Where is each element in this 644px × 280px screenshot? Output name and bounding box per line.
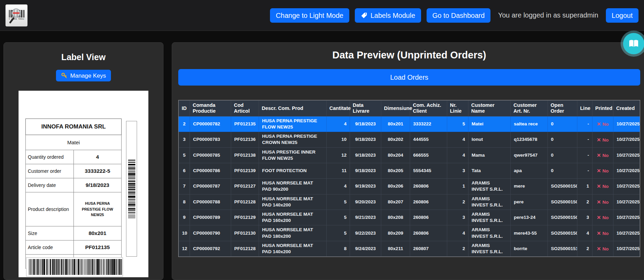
table-cell[interactable]: CP00000789 xyxy=(190,210,231,225)
table-cell[interactable]: ×No xyxy=(592,147,613,163)
table-cell[interactable]: PF012139 xyxy=(231,163,259,179)
manage-keys-button[interactable]: Manage Keys xyxy=(56,70,111,81)
table-cell[interactable]: 3 xyxy=(179,132,190,147)
table-row[interactable]: 6CP00000786PF012139FOOT PROTECTION119/18… xyxy=(179,163,640,179)
table-cell[interactable]: PF012128 xyxy=(231,194,259,210)
table-cell[interactable]: 4 xyxy=(447,225,468,241)
table-cell[interactable]: HUSA NORRSELE MAT PAD 140x200 xyxy=(259,194,327,210)
table-cell[interactable]: ×No xyxy=(592,116,613,132)
table-cell[interactable]: 260806 xyxy=(410,179,447,194)
table-cell[interactable]: 10/27/2025 xyxy=(613,210,640,225)
table-cell[interactable]: CP00000782 xyxy=(190,116,231,132)
table-cell[interactable]: apa xyxy=(511,163,548,179)
table-cell[interactable]: ARAMIS INVEST S.R.L. xyxy=(468,225,511,241)
table-cell[interactable]: Matei xyxy=(468,116,511,132)
table-cell[interactable]: 80x205 xyxy=(381,163,410,179)
table-cell[interactable]: 80x202 xyxy=(381,132,410,147)
table-cell[interactable]: ×No xyxy=(592,241,613,256)
table-cell[interactable]: SO25000150 xyxy=(548,225,577,241)
table-cell[interactable]: FOOT PROTECTION xyxy=(259,163,327,179)
table-cell[interactable]: ARAMIS INVEST S.R.L. xyxy=(468,194,511,210)
table-cell[interactable]: PF012136 xyxy=(231,132,259,147)
table-cell[interactable]: ARAMIS INVEST S.R.L. xyxy=(468,210,511,225)
table-cell[interactable]: 80x207 xyxy=(381,194,410,210)
table-cell[interactable]: 5 xyxy=(179,147,190,163)
app-logo[interactable]: 9 123456 789012 xyxy=(5,4,27,26)
table-cell[interactable]: 9/19/2023 xyxy=(350,179,381,194)
table-cell[interactable]: ×No xyxy=(592,194,613,210)
table-cell[interactable]: 2 xyxy=(577,241,592,256)
table-cell[interactable]: 9/18/2023 xyxy=(350,163,381,179)
table-cell[interactable]: 9/18/2023 xyxy=(350,147,381,163)
table-cell[interactable]: HUSA PERNA PRESTIGE CROWN NEW25 xyxy=(259,132,327,147)
table-cell[interactable]: 4 xyxy=(327,116,350,132)
table-cell[interactable]: 80x208 xyxy=(381,210,410,225)
table-cell[interactable]: 80x206 xyxy=(381,179,410,194)
logout-button[interactable]: Logout xyxy=(606,8,639,23)
table-cell[interactable]: SO25000150 xyxy=(548,194,577,210)
table-cell[interactable]: ARAMIS INVEST S.R.L. xyxy=(468,179,511,194)
table-cell[interactable]: 3 xyxy=(447,163,468,179)
table-cell[interactable]: 4 xyxy=(447,147,468,163)
table-cell[interactable]: 5 xyxy=(327,225,350,241)
table-cell[interactable]: HUSA NORRSELE MAT PAD 90x200 xyxy=(259,179,327,194)
table-cell[interactable]: pere xyxy=(511,194,548,210)
table-cell[interactable]: 10 xyxy=(327,132,350,147)
table-cell[interactable]: saltea rece xyxy=(511,116,548,132)
table-cell[interactable]: 260806 xyxy=(410,225,447,241)
table-cell[interactable]: SO25000151 xyxy=(548,241,577,256)
table-cell[interactable]: 0 xyxy=(548,116,577,132)
table-cell[interactable]: PF012135 xyxy=(231,116,259,132)
table-cell[interactable]: 12 xyxy=(327,147,350,163)
table-row[interactable]: 9CP00000789PF012129HUSA NORRSELE MAT PAD… xyxy=(179,210,640,225)
table-cell[interactable]: 10/27/2025 xyxy=(613,241,640,256)
table-cell[interactable]: ×No xyxy=(592,132,613,147)
table-cell[interactable]: ×No xyxy=(592,163,613,179)
table-cell[interactable]: 3 xyxy=(447,210,468,225)
table-cell[interactable]: 9/24/2023 xyxy=(350,241,381,256)
table-cell[interactable]: SO25000150 xyxy=(548,179,577,194)
table-cell[interactable]: qwer97547 xyxy=(511,147,548,163)
table-cell[interactable]: 2 xyxy=(447,241,468,256)
table-cell[interactable]: 80x211 xyxy=(381,241,410,256)
table-row[interactable]: 8CP00000788PF012128HUSA NORRSELE MAT PAD… xyxy=(179,194,640,210)
table-cell[interactable]: - xyxy=(577,147,592,163)
table-cell[interactable]: 666555 xyxy=(410,147,447,163)
table-cell[interactable]: CP00000787 xyxy=(190,179,231,194)
table-cell[interactable]: 0 xyxy=(548,163,577,179)
table-cell[interactable]: 8 xyxy=(327,241,350,256)
table-cell[interactable]: 80x209 xyxy=(381,225,410,241)
table-cell[interactable]: 7 xyxy=(179,179,190,194)
table-cell[interactable]: 260807 xyxy=(410,241,447,256)
table-cell[interactable]: mere43-55 xyxy=(511,225,548,241)
table-cell[interactable]: 2 xyxy=(447,194,468,210)
table-cell[interactable]: 0 xyxy=(548,132,577,147)
table-cell[interactable]: 10/27/2025 xyxy=(613,194,640,210)
table-row[interactable]: 3CP00000783PF012136HUSA PERNA PRESTIGE C… xyxy=(179,132,640,147)
table-cell[interactable]: PF012129 xyxy=(231,210,259,225)
table-row[interactable]: 5CP00000785PF012138HUSA PRESTIGE INNER F… xyxy=(179,147,640,163)
table-cell[interactable]: - xyxy=(577,163,592,179)
table-cell[interactable]: 5 xyxy=(327,210,350,225)
table-cell[interactable]: 10/27/2025 xyxy=(613,225,640,241)
table-cell[interactable]: HUSA PRESTIGE INNER FLOW NEW25 xyxy=(259,147,327,163)
load-orders-button[interactable]: Load Orders xyxy=(178,69,640,86)
table-cell[interactable]: 10/27/2025 xyxy=(613,147,640,163)
table-cell[interactable]: PF012127 xyxy=(231,179,259,194)
table-cell[interactable]: 260806 xyxy=(410,210,447,225)
table-cell[interactable]: 444555 xyxy=(410,132,447,147)
table-cell[interactable]: 80x204 xyxy=(381,147,410,163)
table-cell[interactable]: 4 xyxy=(327,179,350,194)
table-cell[interactable]: HUSA NORRSELE MAT PAD 140x200 xyxy=(259,241,327,256)
table-cell[interactable]: PF012128 xyxy=(231,241,259,256)
table-cell[interactable]: borrte xyxy=(511,241,548,256)
table-row[interactable]: 12CP00000792PF012128HUSA NORRSELE MAT PA… xyxy=(179,241,640,256)
table-cell[interactable]: 260806 xyxy=(410,194,447,210)
table-cell[interactable]: 10 xyxy=(179,225,190,241)
table-cell[interactable]: 4 xyxy=(447,132,468,147)
table-cell[interactable]: Ionut xyxy=(468,132,511,147)
table-cell[interactable]: CP00000783 xyxy=(190,132,231,147)
table-cell[interactable]: 9/21/2023 xyxy=(350,210,381,225)
table-cell[interactable]: CP00000790 xyxy=(190,225,231,241)
table-cell[interactable]: 9/18/2023 xyxy=(350,116,381,132)
